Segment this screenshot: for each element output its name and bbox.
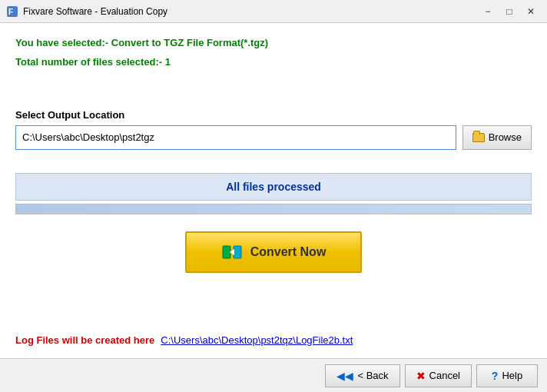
maximize-button[interactable]: □: [499, 4, 519, 19]
title-bar: F Fixvare Software - Evaluation Copy − □…: [0, 0, 547, 23]
selected-format-info: You have selected:- Convert to TGZ File …: [15, 35, 532, 51]
output-section: Select Output Location Browse: [15, 109, 532, 150]
svg-rect-2: [223, 246, 230, 258]
status-text: All files processed: [226, 181, 321, 193]
svg-text:F: F: [8, 8, 13, 16]
back-icon: ◀◀: [336, 370, 353, 382]
cancel-button[interactable]: ✖ Cancel: [405, 364, 472, 387]
selected-files-info: Total number of files selected:- 1: [15, 55, 532, 71]
app-icon: F: [6, 5, 18, 18]
convert-now-label: Convert Now: [250, 245, 327, 259]
log-file-link[interactable]: C:\Users\abc\Desktop\pst2tqz\LogFile2b.t…: [161, 334, 353, 346]
window-controls: − □ ✕: [478, 4, 541, 19]
bottom-bar: ◀◀ < Back ✖ Cancel ? Help: [0, 358, 547, 392]
help-label: Help: [502, 370, 522, 381]
output-path-input[interactable]: [15, 125, 456, 150]
cancel-label: Cancel: [429, 370, 460, 381]
status-bar: All files processed: [15, 173, 532, 201]
progress-bar-container: [15, 204, 532, 214]
back-label: < Back: [357, 370, 388, 381]
svg-rect-3: [234, 246, 241, 258]
close-button[interactable]: ✕: [521, 4, 541, 19]
help-button[interactable]: ? Help: [476, 364, 538, 387]
output-row: Browse: [15, 125, 532, 150]
minimize-button[interactable]: −: [478, 4, 498, 19]
convert-now-button[interactable]: Convert Now: [185, 231, 362, 273]
log-row: Log Files will be created here C:\Users\…: [15, 334, 353, 346]
browse-button[interactable]: Browse: [462, 125, 532, 150]
help-icon: ?: [492, 370, 499, 382]
progress-fill: [16, 204, 531, 214]
folder-icon: [472, 133, 485, 142]
log-files-label: Log Files will be created here: [15, 334, 154, 346]
main-content: You have selected:- Convert to TGZ File …: [0, 23, 547, 358]
window-title: Fixvare Software - Evaluation Copy: [23, 6, 478, 17]
convert-section: Convert Now: [15, 231, 532, 273]
output-label: Select Output Location: [15, 109, 532, 121]
convert-icon: [221, 241, 243, 263]
browse-label: Browse: [489, 131, 522, 143]
cancel-icon: ✖: [416, 370, 426, 382]
back-button[interactable]: ◀◀ < Back: [325, 364, 399, 387]
